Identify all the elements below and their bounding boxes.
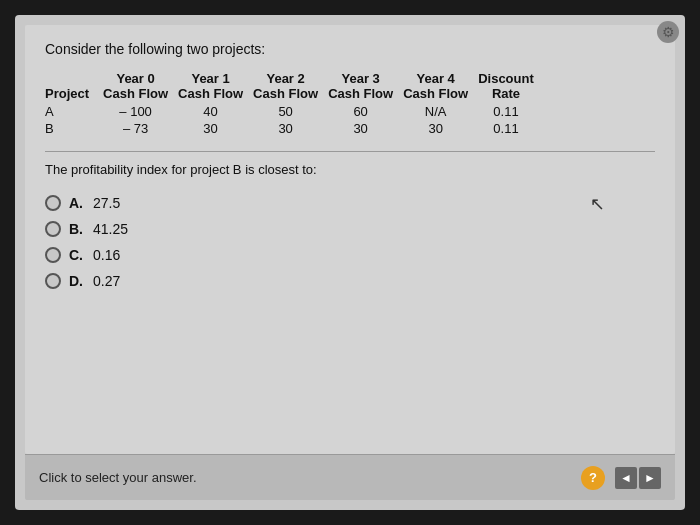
- options-list: A. 27.5 B. 41.25 C. 0.16 D. 0.27: [45, 195, 655, 289]
- option-a[interactable]: A. 27.5: [45, 195, 655, 211]
- option-c-value: 0.16: [93, 247, 120, 263]
- row-b-project: B: [45, 120, 103, 137]
- footer-text: Click to select your answer.: [39, 470, 197, 485]
- prev-button[interactable]: ◄: [615, 467, 637, 489]
- help-label: ?: [589, 470, 597, 485]
- table-container: Project Year 0 Cash Flow Year 1 Cash Flo…: [45, 71, 655, 137]
- row-b-year0: – 73: [103, 120, 178, 137]
- col-year3: Year 3 Cash Flow: [328, 71, 403, 103]
- option-d-label: D.: [69, 273, 83, 289]
- col-year0: Year 0 Cash Flow: [103, 71, 178, 103]
- option-c[interactable]: C. 0.16: [45, 247, 655, 263]
- next-icon: ►: [644, 471, 656, 485]
- col-year2: Year 2 Cash Flow: [253, 71, 328, 103]
- radio-a[interactable]: [45, 195, 61, 211]
- row-a-rate: 0.11: [478, 103, 544, 120]
- row-a-year3: 60: [328, 103, 403, 120]
- screen: ⚙ Consider the following two projects: P…: [15, 15, 685, 510]
- option-b-value: 41.25: [93, 221, 128, 237]
- row-b-year1: 30: [178, 120, 253, 137]
- question-title: Consider the following two projects:: [45, 41, 655, 57]
- table-row: A – 100 40 50 60 N/A 0.11: [45, 103, 544, 120]
- option-b[interactable]: B. 41.25: [45, 221, 655, 237]
- option-d-value: 0.27: [93, 273, 120, 289]
- sub-question: The profitability index for project B is…: [45, 162, 655, 177]
- option-c-label: C.: [69, 247, 83, 263]
- radio-c[interactable]: [45, 247, 61, 263]
- option-b-label: B.: [69, 221, 83, 237]
- col-year1: Year 1 Cash Flow: [178, 71, 253, 103]
- project-table: Project Year 0 Cash Flow Year 1 Cash Flo…: [45, 71, 544, 137]
- table-row: B – 73 30 30 30 30 0.11: [45, 120, 544, 137]
- content-area: Consider the following two projects: Pro…: [25, 25, 675, 454]
- row-a-year4: N/A: [403, 103, 478, 120]
- option-a-label: A.: [69, 195, 83, 211]
- option-a-value: 27.5: [93, 195, 120, 211]
- row-b-year4: 30: [403, 120, 478, 137]
- radio-d[interactable]: [45, 273, 61, 289]
- col-project: Project: [45, 71, 103, 103]
- row-b-year2: 30: [253, 120, 328, 137]
- gear-button[interactable]: ⚙: [657, 21, 679, 43]
- gear-icon: ⚙: [662, 24, 675, 40]
- row-a-year2: 50: [253, 103, 328, 120]
- next-button[interactable]: ►: [639, 467, 661, 489]
- help-button[interactable]: ?: [581, 466, 605, 490]
- row-a-year0: – 100: [103, 103, 178, 120]
- option-d[interactable]: D. 0.27: [45, 273, 655, 289]
- radio-b[interactable]: [45, 221, 61, 237]
- col-year4: Year 4 Cash Flow: [403, 71, 478, 103]
- col-discount: Discount Rate: [478, 71, 544, 103]
- row-b-rate: 0.11: [478, 120, 544, 137]
- row-a-project: A: [45, 103, 103, 120]
- row-a-year1: 40: [178, 103, 253, 120]
- footer-bar: Click to select your answer. ? ◄ ►: [25, 454, 675, 500]
- row-b-year3: 30: [328, 120, 403, 137]
- divider: [45, 151, 655, 152]
- prev-icon: ◄: [620, 471, 632, 485]
- nav-buttons: ? ◄ ►: [581, 466, 661, 490]
